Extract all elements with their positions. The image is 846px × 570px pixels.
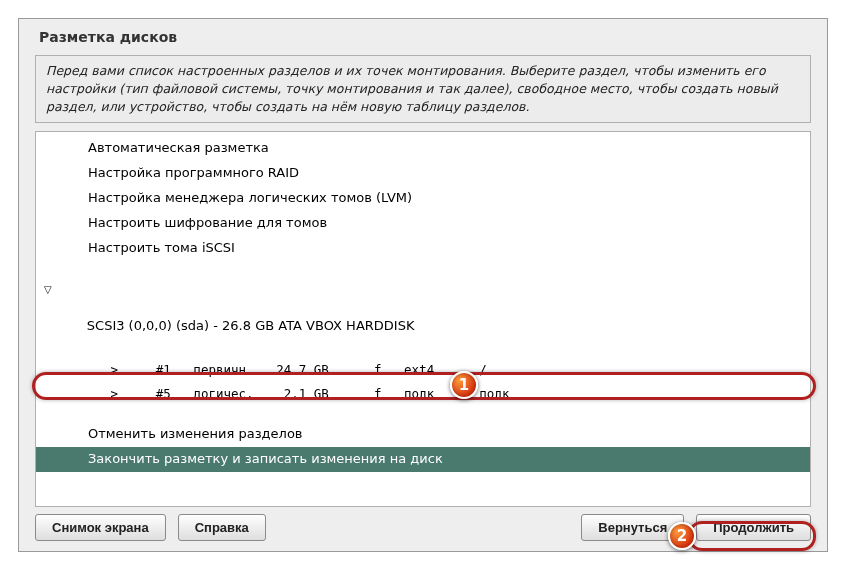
menu-auto-partition[interactable]: Автоматическая разметка	[36, 136, 810, 161]
info-panel: Перед вами список настроенных разделов и…	[35, 55, 811, 123]
help-button[interactable]: Справка	[178, 514, 266, 541]
spacer	[36, 261, 810, 277]
disk-header-label: SCSI3 (0,0,0) (sda) - 26.8 GB ATA VBOX H…	[87, 318, 415, 333]
button-bar: Снимок экрана Справка Вернуться Продолжи…	[35, 514, 811, 541]
menu-encrypt-volumes[interactable]: Настроить шифрование для томов	[36, 211, 810, 236]
continue-button[interactable]: Продолжить	[696, 514, 811, 541]
back-button[interactable]: Вернуться	[581, 514, 684, 541]
partition-dialog: Разметка дисков Перед вами список настро…	[18, 18, 828, 552]
disk-header[interactable]: ▽ SCSI3 (0,0,0) (sda) - 26.8 GB ATA VBOX…	[36, 277, 810, 358]
page-title: Разметка дисков	[19, 19, 827, 51]
screenshot-button[interactable]: Снимок экрана	[35, 514, 166, 541]
spacer	[36, 406, 810, 422]
menu-iscsi[interactable]: Настроить тома iSCSI	[36, 236, 810, 261]
expand-triangle-icon: ▽	[44, 283, 52, 298]
action-undo[interactable]: Отменить изменения разделов	[36, 422, 810, 447]
partition-listbox[interactable]: Автоматическая разметка Настройка програ…	[35, 131, 811, 507]
partition-row[interactable]: > #1 первичн. 24.7 GB f ext4 /	[36, 358, 810, 382]
partition-row[interactable]: > #5 логичес. 2.1 GB f подк подк	[36, 382, 810, 406]
menu-lvm[interactable]: Настройка менеджера логических томов (LV…	[36, 186, 810, 211]
action-finish[interactable]: Закончить разметку и записать изменения …	[36, 447, 810, 472]
menu-software-raid[interactable]: Настройка программного RAID	[36, 161, 810, 186]
